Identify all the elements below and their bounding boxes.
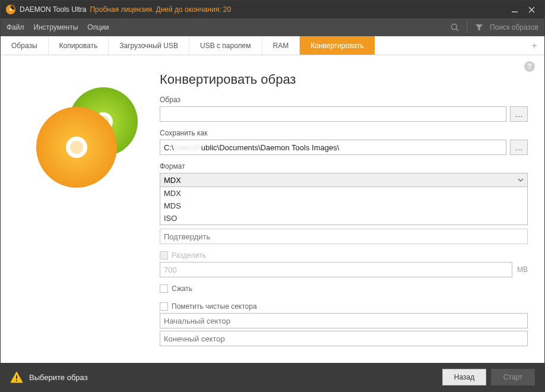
convert-form: Конвертировать образ Образ … Сохранить к… bbox=[160, 62, 528, 358]
confirm-password-input[interactable] bbox=[160, 229, 528, 244]
format-option-mdx[interactable]: MDX bbox=[160, 187, 527, 200]
format-label: Формат bbox=[160, 162, 528, 170]
menubar: Файл Инструменты Опции Поиск образов bbox=[1, 18, 544, 36]
mark-sectors-checkbox-row: Пометить чистые сектора bbox=[160, 302, 528, 311]
compress-checkbox[interactable] bbox=[160, 284, 168, 293]
close-button[interactable] bbox=[523, 1, 540, 18]
app-logo-icon bbox=[5, 4, 16, 15]
form-heading: Конвертировать образ bbox=[160, 72, 528, 87]
split-checkbox-row: Разделить bbox=[160, 251, 528, 260]
image-label: Образ bbox=[160, 96, 528, 104]
content-area: ? Конвертировать образ Образ … Сохранить… bbox=[1, 55, 544, 363]
svg-line-6 bbox=[457, 29, 459, 31]
mark-sectors-checkbox[interactable] bbox=[160, 302, 168, 311]
save-as-label: Сохранить как bbox=[160, 129, 528, 137]
search-icon[interactable] bbox=[446, 19, 463, 36]
search-placeholder-text[interactable]: Поиск образов bbox=[490, 23, 538, 31]
footer-message: Выберите образ bbox=[29, 373, 88, 382]
image-input[interactable] bbox=[160, 106, 506, 122]
minimize-button[interactable] bbox=[506, 1, 523, 18]
format-option-iso[interactable]: ISO bbox=[160, 212, 527, 225]
disc-illustration bbox=[17, 62, 160, 358]
help-icon[interactable]: ? bbox=[524, 61, 535, 72]
format-option-mds[interactable]: MDS bbox=[160, 200, 527, 212]
menu-file[interactable]: Файл bbox=[7, 23, 24, 31]
start-sector-input[interactable] bbox=[160, 313, 528, 328]
split-checkbox[interactable] bbox=[160, 251, 168, 260]
compress-label: Сжать bbox=[172, 284, 192, 293]
menu-tools[interactable]: Инструменты bbox=[34, 23, 78, 31]
svg-point-5 bbox=[452, 24, 457, 30]
split-label: Разделить bbox=[172, 251, 206, 260]
menu-options[interactable]: Опции bbox=[87, 23, 109, 31]
tab-images[interactable]: Образы bbox=[1, 36, 49, 55]
format-dropdown: MDX MDS ISO bbox=[160, 187, 528, 225]
titlebar: DAEMON Tools Ultra Пробная лицензия. Дне… bbox=[1, 1, 544, 18]
svg-point-12 bbox=[70, 141, 83, 154]
tab-usb-password[interactable]: USB с паролем bbox=[189, 36, 262, 55]
footer-bar: Выберите образ Назад Старт bbox=[1, 363, 544, 391]
svg-point-1 bbox=[9, 8, 12, 11]
svg-point-14 bbox=[16, 380, 17, 381]
app-title: DAEMON Tools Ultra bbox=[20, 5, 86, 14]
tabs-bar: Образы Копировать Загрузочный USB USB с … bbox=[1, 36, 544, 55]
end-sector-input[interactable] bbox=[160, 331, 528, 346]
split-unit: MB bbox=[517, 265, 528, 274]
compress-checkbox-row: Сжать bbox=[160, 284, 528, 293]
format-select[interactable]: MDX bbox=[160, 173, 528, 187]
start-button[interactable]: Старт bbox=[491, 369, 535, 385]
save-as-browse-button[interactable]: … bbox=[510, 140, 528, 155]
tab-ram[interactable]: RAM bbox=[262, 36, 300, 55]
tab-bootable-usb[interactable]: Загрузочный USB bbox=[109, 36, 189, 55]
back-button[interactable]: Назад bbox=[442, 369, 486, 385]
save-as-input[interactable]: C:\Users\Public\Documents\Daemon Tools I… bbox=[160, 140, 506, 155]
tab-add-button[interactable]: + bbox=[524, 36, 544, 55]
tab-copy[interactable]: Копировать bbox=[49, 36, 109, 55]
chevron-down-icon bbox=[518, 176, 524, 185]
warning-icon bbox=[10, 371, 23, 384]
app-window: DAEMON Tools Ultra Пробная лицензия. Дне… bbox=[0, 0, 545, 392]
mark-sectors-label: Пометить чистые сектора bbox=[172, 302, 257, 311]
filter-icon[interactable] bbox=[471, 19, 487, 36]
trial-notice: Пробная лицензия. Дней до окончания: 20 bbox=[90, 5, 231, 14]
split-size-input[interactable] bbox=[160, 262, 512, 277]
image-browse-button[interactable]: … bbox=[510, 106, 528, 122]
tab-convert[interactable]: Конвертировать bbox=[300, 36, 375, 55]
